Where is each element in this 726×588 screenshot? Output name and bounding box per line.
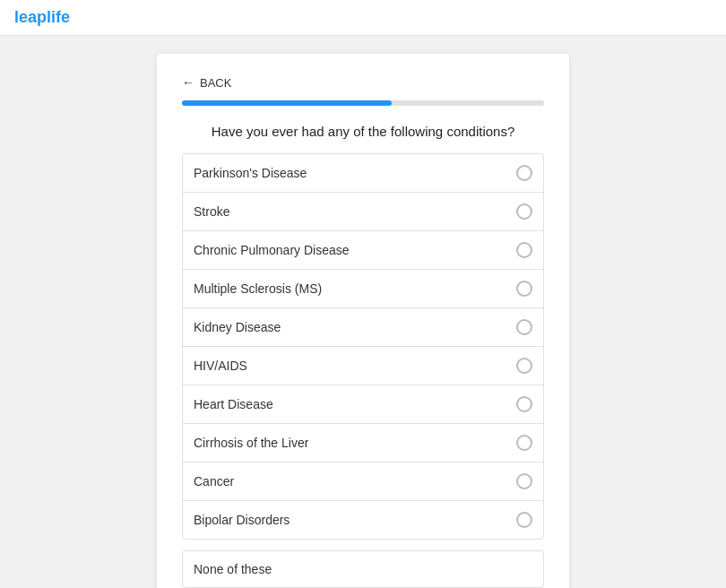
radio-circle <box>516 358 532 374</box>
question-text: Have you ever had any of the following c… <box>182 124 544 139</box>
condition-label: HIV/AIDS <box>194 359 247 373</box>
condition-item[interactable]: Chronic Pulmonary Disease <box>182 230 544 269</box>
condition-label: Chronic Pulmonary Disease <box>194 243 350 257</box>
condition-item[interactable]: Cancer <box>182 462 544 500</box>
condition-item[interactable]: Multiple Sclerosis (MS) <box>182 269 544 307</box>
condition-item[interactable]: Stroke <box>182 192 544 230</box>
conditions-list: Parkinson's DiseaseStrokeChronic Pulmona… <box>182 153 544 540</box>
condition-label: Cancer <box>194 474 234 489</box>
card: ← BACK Have you ever had any of the foll… <box>157 54 569 588</box>
condition-label: Bipolar Disorders <box>194 513 290 527</box>
condition-label: Kidney Disease <box>194 320 281 334</box>
condition-item[interactable]: Parkinson's Disease <box>182 153 544 192</box>
logo-accent: life <box>47 8 70 26</box>
back-label: BACK <box>200 76 231 90</box>
logo: leaplife <box>14 8 70 27</box>
back-button[interactable]: ← BACK <box>182 75 544 90</box>
condition-label: Parkinson's Disease <box>194 166 307 180</box>
condition-label: Multiple Sclerosis (MS) <box>194 281 322 296</box>
condition-label: Heart Disease <box>194 397 273 411</box>
condition-item[interactable]: HIV/AIDS <box>182 346 544 385</box>
radio-circle <box>516 473 532 489</box>
radio-circle <box>516 242 532 258</box>
logo-text: leap <box>14 8 47 26</box>
radio-circle <box>516 319 532 335</box>
condition-label: Stroke <box>194 204 229 219</box>
radio-circle <box>516 435 532 451</box>
condition-item[interactable]: Kidney Disease <box>182 307 544 346</box>
radio-circle <box>516 281 532 297</box>
progress-bar-container <box>182 100 544 106</box>
condition-item[interactable]: Bipolar Disorders <box>182 500 544 540</box>
header: leaplife <box>0 0 726 36</box>
condition-item[interactable]: Heart Disease <box>182 385 544 423</box>
progress-bar-fill <box>182 100 392 106</box>
radio-circle <box>516 396 532 412</box>
none-of-these-item[interactable]: None of these <box>182 550 544 588</box>
back-arrow-icon: ← <box>182 75 194 90</box>
radio-circle <box>516 512 532 528</box>
radio-circle <box>516 165 532 181</box>
condition-label: Cirrhosis of the Liver <box>194 436 308 450</box>
main-content: ← BACK Have you ever had any of the foll… <box>0 36 726 588</box>
radio-circle <box>516 203 532 220</box>
condition-item[interactable]: Cirrhosis of the Liver <box>182 423 544 462</box>
none-label: None of these <box>194 562 272 576</box>
